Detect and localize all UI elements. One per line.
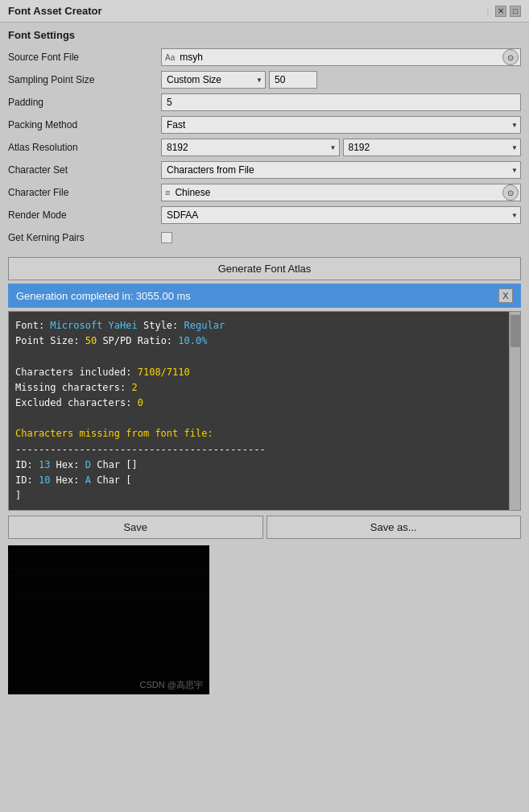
maximize-button[interactable]: □: [510, 6, 521, 17]
log-char2: Char [: [91, 474, 132, 486]
sampling-row: Sampling Point Size Custom Size: [8, 70, 521, 89]
generate-button[interactable]: Generate Font Atlas: [8, 257, 521, 280]
log-line-6: Excluded characters: 0: [15, 396, 502, 411]
atlas-width-select[interactable]: 8192: [161, 139, 340, 156]
log-line-5: Missing characters: 2: [15, 380, 502, 396]
log-id1-value: 13: [39, 459, 50, 470]
atlas-height-dropdown[interactable]: 8192: [343, 139, 522, 156]
padding-input[interactable]: [161, 93, 521, 111]
app-title: Font Asset Creator: [8, 5, 102, 17]
source-font-field[interactable]: Aa ⊙: [161, 48, 521, 66]
log-font-value: Microsoft YaHei: [50, 320, 137, 331]
kerning-row: Get Kerning Pairs: [8, 228, 521, 247]
log-line-2: Point Size: 50 SP/PD Ratio: 10.0%: [15, 334, 502, 349]
log-hex2-value: A: [85, 474, 91, 486]
sampling-inputs: Custom Size: [161, 71, 521, 89]
char-file-browse-button[interactable]: ⊙: [502, 184, 519, 201]
char-file-control: ≡ ⊙: [161, 184, 521, 201]
atlas-label: Atlas Resolution: [8, 142, 161, 153]
padding-control: [161, 93, 521, 111]
char-file-label: Character File: [8, 187, 161, 198]
log-line-4: Characters included: 7108/7110: [15, 365, 502, 380]
log-style-label: Style:: [138, 320, 184, 331]
kerning-checkbox[interactable]: [161, 232, 172, 243]
sampling-control: Custom Size: [161, 71, 521, 89]
log-scrollbar[interactable]: [509, 312, 520, 510]
char-file-icon: ≡: [162, 188, 173, 197]
render-mode-row: Render Mode SDFAA: [8, 205, 521, 225]
source-font-input[interactable]: [178, 52, 502, 63]
log-line-10: ID: 13 Hex: D Char []: [15, 458, 502, 473]
log-scrollbar-thumb[interactable]: [510, 315, 520, 347]
char-file-input[interactable]: [173, 187, 502, 198]
status-bar: Generation completed in: 3055.00 ms X: [8, 284, 521, 308]
render-mode-select[interactable]: SDFAA: [161, 206, 521, 224]
charset-row: Character Set Characters from File: [8, 160, 521, 180]
charset-control: Characters from File: [161, 161, 521, 179]
packing-dropdown[interactable]: Fast: [161, 116, 521, 134]
log-pointsize-label: Point Size:: [15, 335, 85, 346]
render-mode-control: SDFAA: [161, 206, 521, 224]
save-button[interactable]: Save: [8, 516, 263, 539]
log-id1-label: ID:: [15, 459, 39, 470]
source-font-browse-button[interactable]: ⊙: [502, 49, 519, 65]
packing-select[interactable]: Fast: [161, 116, 521, 134]
log-line-11: ID: 10 Hex: A Char [: [15, 473, 502, 488]
atlas-width-dropdown[interactable]: 8192: [161, 139, 340, 156]
save-as-button[interactable]: Save as...: [267, 516, 522, 539]
log-excluded-label: Excluded characters:: [15, 397, 138, 408]
font-aa-icon: Aa: [162, 53, 178, 62]
log-chars-included-value: 7108/7110: [138, 367, 190, 378]
log-pointsize-value: 50: [85, 335, 97, 346]
char-file-field[interactable]: ≡ ⊙: [161, 184, 521, 201]
log-line-7: [15, 411, 502, 426]
log-id2-label: ID:: [15, 474, 39, 486]
kerning-control: [161, 232, 521, 243]
atlas-row: Atlas Resolution 8192 8192: [8, 138, 521, 157]
packing-row: Packing Method Fast: [8, 115, 521, 135]
log-style-value: Regular: [184, 320, 225, 331]
log-font-label: Font:: [15, 320, 50, 331]
preview-area: CSDN @高思宇: [8, 545, 209, 694]
preview-image: [8, 545, 209, 694]
atlas-height-select[interactable]: 8192: [343, 139, 522, 156]
atlas-control: 8192 8192: [161, 139, 521, 156]
title-bar-right: ⋮ ✕ □: [484, 6, 521, 17]
log-line-3: [15, 349, 502, 364]
status-close-button[interactable]: X: [498, 288, 513, 303]
log-line-12: ]: [15, 488, 502, 503]
log-wrapper: Font: Microsoft YaHei Style: Regular Poi…: [8, 311, 521, 511]
sampling-preset-select[interactable]: Custom Size: [161, 71, 266, 89]
sampling-label: Sampling Point Size: [8, 74, 161, 85]
status-message: Generation completed in: 3055.00 ms: [16, 290, 191, 302]
charset-label: Character Set: [8, 164, 161, 176]
sampling-size-input[interactable]: [269, 71, 317, 89]
log-chars-included-label: Characters included:: [15, 367, 138, 378]
log-char2-end: ]: [15, 490, 21, 501]
render-mode-dropdown[interactable]: SDFAA: [161, 206, 521, 224]
log-missing-label: Missing characters:: [15, 382, 132, 393]
log-line-9: ----------------------------------------…: [15, 442, 502, 458]
font-settings-title: Font Settings: [8, 29, 521, 41]
title-bar: Font Asset Creator ⋮ ✕ □: [0, 0, 529, 23]
close-button[interactable]: ✕: [495, 6, 506, 17]
sampling-preset-dropdown[interactable]: Custom Size: [161, 71, 266, 89]
menu-dots-icon[interactable]: ⋮: [484, 6, 492, 15]
log-ratio-value: 10.0%: [178, 335, 207, 346]
packing-control: Fast: [161, 116, 521, 134]
kerning-label: Get Kerning Pairs: [8, 232, 161, 243]
log-char1: Char []: [91, 459, 138, 470]
log-hex2-label: Hex:: [50, 474, 85, 486]
source-font-row: Source Font File Aa ⊙: [8, 48, 521, 67]
log-missing-from-font: Characters missing from font file:: [15, 428, 213, 439]
log-hex1-value: D: [85, 459, 91, 470]
atlas-inputs: 8192 8192: [161, 139, 521, 156]
log-id2-value: 10: [39, 474, 50, 486]
title-bar-left: Font Asset Creator: [8, 5, 102, 17]
log-missing-value: 2: [132, 382, 138, 393]
charset-select[interactable]: Characters from File: [161, 161, 521, 179]
log-line-1: Font: Microsoft YaHei Style: Regular: [15, 318, 502, 334]
render-mode-label: Render Mode: [8, 209, 161, 221]
padding-label: Padding: [8, 97, 161, 108]
charset-dropdown[interactable]: Characters from File: [161, 161, 521, 179]
